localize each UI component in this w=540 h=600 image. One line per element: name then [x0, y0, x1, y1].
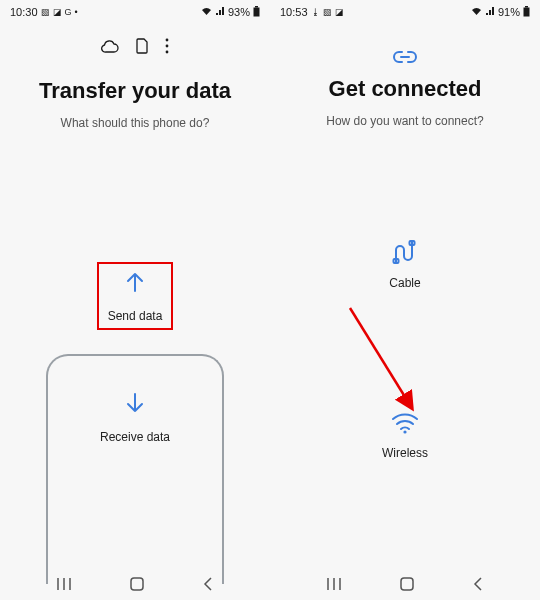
send-data-label: Send data — [108, 309, 163, 323]
app-icon: ◪ — [53, 7, 62, 17]
receive-data-label: Receive data — [100, 430, 170, 444]
send-data-option[interactable]: Send data — [97, 262, 173, 330]
nav-back-icon[interactable] — [202, 576, 214, 596]
nav-bar — [0, 576, 270, 596]
status-left: 10:53 ⭳ ▧ ◪ — [280, 6, 344, 18]
gallery-icon: ▧ — [323, 7, 332, 17]
nav-home-icon[interactable] — [399, 576, 415, 596]
page-subtitle: What should this phone do? — [0, 116, 270, 130]
svg-rect-6 — [525, 6, 528, 8]
status-bar: 10:53 ⭳ ▧ ◪ 91% — [270, 0, 540, 20]
more-menu-icon[interactable] — [165, 38, 169, 58]
svg-rect-11 — [401, 578, 413, 590]
battery-text: 91% — [498, 6, 520, 18]
wireless-option[interactable]: Wireless — [270, 412, 540, 460]
gallery-icon: ▧ — [41, 7, 50, 17]
cable-icon — [390, 240, 420, 268]
wifi-large-icon — [390, 412, 420, 438]
status-time: 10:53 — [280, 6, 308, 18]
svg-point-2 — [166, 39, 169, 42]
phone-screen-transfer: 10:30 ▧ ◪ G • 93% Tran — [0, 0, 270, 600]
svg-rect-5 — [131, 578, 143, 590]
svg-point-4 — [166, 51, 169, 54]
signal-icon — [215, 6, 225, 18]
cable-option[interactable]: Cable — [270, 240, 540, 290]
phone-screen-connect: 10:53 ⭳ ▧ ◪ 91% Get connected How do you… — [270, 0, 540, 600]
battery-icon — [253, 6, 260, 19]
link-icon — [270, 48, 540, 66]
nav-home-icon[interactable] — [129, 576, 145, 596]
page-title: Transfer your data — [0, 78, 270, 104]
wireless-label: Wireless — [382, 446, 428, 460]
receive-data-option[interactable]: Receive data — [0, 390, 270, 444]
more-dot-icon: • — [75, 7, 78, 17]
svg-rect-0 — [255, 6, 258, 8]
app-icon: ◪ — [335, 7, 344, 17]
status-time: 10:30 — [10, 6, 38, 18]
toolbar — [0, 38, 270, 58]
google-icon: G — [65, 7, 72, 17]
phone-outline-icon — [46, 354, 224, 584]
status-bar: 10:30 ▧ ◪ G • 93% — [0, 0, 270, 20]
svg-rect-1 — [254, 7, 260, 16]
arrow-down-icon — [122, 390, 148, 420]
battery-text: 93% — [228, 6, 250, 18]
svg-point-10 — [403, 430, 406, 433]
status-right: 93% — [201, 6, 260, 19]
cloud-icon[interactable] — [101, 39, 119, 57]
svg-rect-7 — [524, 7, 530, 16]
wifi-icon — [471, 6, 482, 18]
svg-point-3 — [166, 45, 169, 48]
arrow-up-icon — [122, 269, 148, 299]
battery-icon — [523, 6, 530, 19]
download-icon: ⭳ — [311, 7, 320, 17]
nav-back-icon[interactable] — [472, 576, 484, 596]
nav-bar — [270, 576, 540, 596]
nav-recents-icon[interactable] — [56, 577, 72, 595]
page-title: Get connected — [270, 76, 540, 102]
wifi-icon — [201, 6, 212, 18]
sd-card-icon[interactable] — [135, 38, 149, 58]
signal-icon — [485, 6, 495, 18]
page-subtitle: How do you want to connect? — [270, 114, 540, 128]
nav-recents-icon[interactable] — [326, 577, 342, 595]
status-right: 91% — [471, 6, 530, 19]
cable-label: Cable — [389, 276, 420, 290]
status-left: 10:30 ▧ ◪ G • — [10, 6, 78, 18]
